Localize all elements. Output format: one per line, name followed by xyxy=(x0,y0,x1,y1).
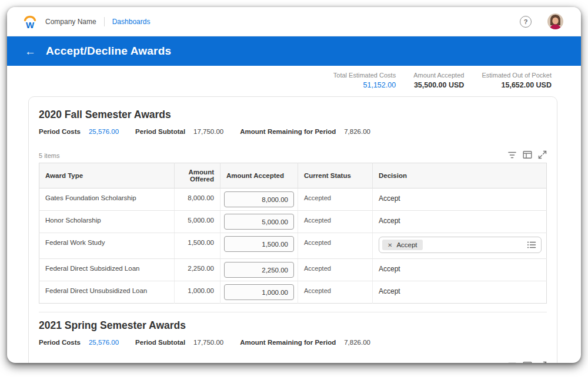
awards-card: 2020 Fall Semester Awards Period Costs 2… xyxy=(28,96,557,363)
avatar[interactable] xyxy=(547,14,563,29)
period-costs-value[interactable]: 25,576.00 xyxy=(89,128,119,135)
section-2021-spring: 2021 Spring Semester Awards Period Costs… xyxy=(39,319,547,363)
amount-accepted-cell xyxy=(220,281,298,304)
award-type-value: Gates Foundation Scholarship xyxy=(45,194,136,201)
col-award-type[interactable]: Award Type xyxy=(39,163,175,188)
amount-accepted-input[interactable] xyxy=(224,236,294,252)
stat-estimated-out-of-pocket: Estimated Out of Pocket 15,652.00 USD xyxy=(482,72,552,89)
amount-offered-cell: 1,000.00 xyxy=(175,281,220,304)
svg-text:W: W xyxy=(26,20,35,29)
current-status-cell: Accepted xyxy=(298,281,373,304)
period-subtotal-value: 17,750.00 xyxy=(193,128,223,135)
amount-offered-cell: 8,000.00 xyxy=(175,188,220,211)
amount-accepted-cell xyxy=(220,259,298,281)
amount-accepted-cell xyxy=(220,233,298,259)
section-divider xyxy=(39,312,547,312)
current-status-cell: Accepted xyxy=(298,188,373,211)
decision-cell: ✕ Accept Accept xyxy=(373,281,547,304)
stat-value-link[interactable]: 51,152.00 xyxy=(333,81,396,89)
table-row: Federal Direct Subsidized Loan 2,250.00 … xyxy=(39,259,547,281)
amount-accepted-cell xyxy=(220,211,298,233)
award-type-cell: Federal Direct Subsidized Loan xyxy=(39,259,175,281)
current-status-value: Accepted xyxy=(304,217,331,224)
period-costs-label: Period Costs xyxy=(39,339,81,346)
summary-stats: Total Estimated Costs 51,152.00 Amount A… xyxy=(7,66,581,95)
topbar-separator xyxy=(104,17,105,26)
award-type-value: Federal Direct Subsidized Loan xyxy=(45,265,139,272)
stat-label: Estimated Out of Pocket xyxy=(482,72,552,79)
table-view-icon[interactable] xyxy=(523,361,532,363)
decision-chip-label: Accept xyxy=(396,241,417,248)
amount-offered-value: 2,250.00 xyxy=(188,265,214,272)
decision-value: Accept xyxy=(379,217,400,225)
section-2020-fall: 2020 Fall Semester Awards Period Costs 2… xyxy=(39,109,547,304)
workday-logo-icon[interactable]: W xyxy=(22,14,38,29)
decision-value: Accept xyxy=(379,287,400,295)
section-title: 2021 Spring Semester Awards xyxy=(39,319,547,332)
period-subtotal-value: 17,750.00 xyxy=(193,339,223,346)
amount-accepted-input[interactable] xyxy=(224,262,294,278)
page-header: ← Accept/Decline Awards xyxy=(7,36,581,66)
stat-value: 15,652.00 USD xyxy=(482,81,552,89)
col-amount-accepted[interactable]: Amount Accepted xyxy=(220,163,298,188)
table-view-icon[interactable] xyxy=(523,150,532,159)
filter-icon[interactable] xyxy=(507,362,517,363)
prompt-icon[interactable] xyxy=(527,241,536,249)
award-type-value: Federal Work Study xyxy=(45,239,105,246)
col-current-status[interactable]: Current Status xyxy=(298,163,373,188)
awards-table-2020-fall: Award Type Amount Offered Amount Accepte… xyxy=(39,163,547,304)
period-subtotal-label: Period Subtotal xyxy=(135,339,185,346)
amount-remaining-label: Amount Remaining for Period xyxy=(240,128,336,135)
stat-total-estimated-costs: Total Estimated Costs 51,152.00 xyxy=(333,72,396,89)
decision-chip[interactable]: ✕ Accept xyxy=(382,240,423,250)
table-toolbar: 5 items xyxy=(39,361,547,363)
back-arrow-icon[interactable]: ← xyxy=(25,46,36,57)
amount-remaining-label: Amount Remaining for Period xyxy=(240,339,336,346)
amount-accepted-input[interactable] xyxy=(224,191,294,207)
amount-offered-value: 1,500.00 xyxy=(188,239,214,246)
decision-value: Accept xyxy=(379,194,400,203)
stat-label: Total Estimated Costs xyxy=(333,72,396,79)
decision-value: Accept xyxy=(379,265,400,273)
col-decision[interactable]: Decision xyxy=(373,163,547,188)
amount-offered-cell: 5,000.00 xyxy=(175,211,220,233)
amount-offered-value: 8,000.00 xyxy=(188,194,214,201)
decision-select[interactable]: ✕ Accept xyxy=(379,237,542,253)
top-bar: W Company Name Dashboards ? xyxy=(7,7,581,36)
filter-icon[interactable] xyxy=(507,151,517,159)
current-status-cell: Accepted xyxy=(298,211,373,233)
award-type-value: Honor Scholarship xyxy=(45,217,101,224)
stat-value: 35,500.00 USD xyxy=(413,81,464,89)
amount-remaining-value: 7,826.00 xyxy=(344,339,370,346)
expand-icon[interactable] xyxy=(538,361,547,363)
award-type-value: Federal Direct Unsubsidized Loan xyxy=(45,287,147,294)
current-status-value: Accepted xyxy=(304,194,331,201)
stat-amount-accepted: Amount Accepted 35,500.00 USD xyxy=(413,72,464,89)
period-stats: Period Costs 25,576.00 Period Subtotal 1… xyxy=(39,128,547,135)
award-type-cell: Federal Work Study xyxy=(39,233,175,259)
remove-decision-icon[interactable]: ✕ xyxy=(387,242,392,248)
period-costs-value[interactable]: 25,576.00 xyxy=(89,339,119,346)
amount-accepted-input[interactable] xyxy=(224,214,294,230)
decision-cell: ✕ Accept Accept xyxy=(373,211,547,233)
page-title: Accept/Decline Awards xyxy=(46,45,171,58)
current-status-cell: Accepted xyxy=(298,259,373,281)
period-costs-label: Period Costs xyxy=(39,128,81,135)
col-amount-offered[interactable]: Amount Offered xyxy=(175,163,220,188)
expand-icon[interactable] xyxy=(538,150,547,159)
table-header-row: Award Type Amount Offered Amount Accepte… xyxy=(39,163,547,188)
company-name-label: Company Name xyxy=(45,18,96,26)
decision-cell: ✕ Accept Accept xyxy=(373,259,547,281)
decision-cell: ✕ Accept Accept xyxy=(373,188,547,211)
award-type-cell: Federal Direct Unsubsidized Loan xyxy=(39,281,175,304)
current-status-cell: Accepted xyxy=(298,233,373,259)
dashboards-link[interactable]: Dashboards xyxy=(112,18,151,26)
current-status-value: Accepted xyxy=(304,239,331,246)
amount-offered-value: 5,000.00 xyxy=(188,217,214,224)
table-row: Honor Scholarship 5,000.00 Accepted ✕ Ac… xyxy=(39,211,547,233)
period-stats: Period Costs 25,576.00 Period Subtotal 1… xyxy=(39,339,547,346)
table-row: Federal Direct Unsubsidized Loan 1,000.0… xyxy=(39,281,547,304)
amount-accepted-input[interactable] xyxy=(224,284,294,300)
current-status-value: Accepted xyxy=(304,265,331,272)
help-icon[interactable]: ? xyxy=(520,16,532,28)
